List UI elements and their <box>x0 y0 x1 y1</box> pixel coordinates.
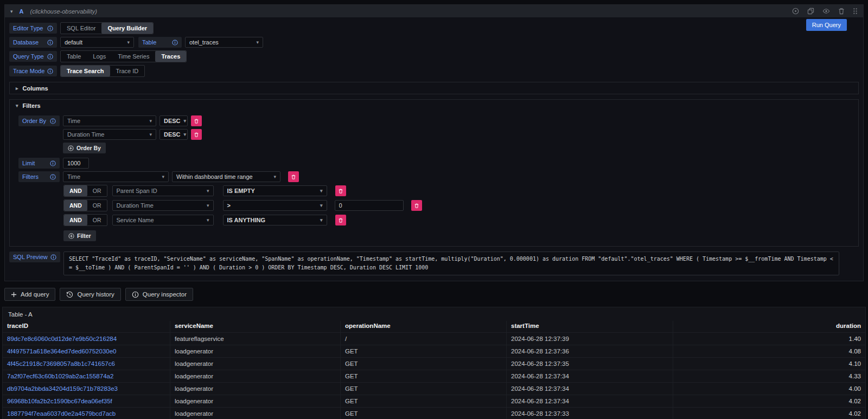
table-row: 1887794f7eaa6037d0e2a4579bcd7acbloadgene… <box>3 407 865 419</box>
info-icon <box>47 54 53 60</box>
chevron-down-icon: ▾ <box>16 103 18 108</box>
remove-filter-button[interactable] <box>335 215 346 225</box>
tab-traces[interactable]: Traces <box>155 51 186 62</box>
trash-icon <box>414 203 419 209</box>
trace-link[interactable]: 89dc7e8c6060c0d12de7e9b50c216284 <box>3 332 170 345</box>
column-header-duration[interactable]: duration <box>673 321 865 332</box>
order-by-direction-select[interactable]: DESC▾ <box>159 129 188 140</box>
order-by-direction-select[interactable]: DESC▾ <box>159 115 188 126</box>
filter-operator-select[interactable]: >▾ <box>223 200 327 211</box>
add-filter-button[interactable]: Filter <box>63 230 96 241</box>
cell-serviceName: loadgenerator <box>170 370 341 382</box>
table-label-chip: Table <box>138 37 182 48</box>
filter-field-select[interactable]: Parent Span ID▾ <box>112 185 214 196</box>
duplicate-icon[interactable] <box>807 8 814 15</box>
remove-order-by-button[interactable] <box>191 129 202 140</box>
tab-logs[interactable]: Logs <box>87 51 112 62</box>
table-panel-title: Table - A <box>3 307 865 321</box>
query-row-header[interactable]: ▾ A (clickhouse-observability) <box>5 5 863 17</box>
help-icon[interactable] <box>792 8 799 15</box>
column-header-operationName[interactable]: operationName <box>341 321 507 332</box>
column-header-startTime[interactable]: startTime <box>507 321 673 332</box>
cell-startTime: 2024-06-28 12:37:39 <box>507 332 673 345</box>
order-by-label-chip: Order By <box>18 115 60 126</box>
info-icon <box>50 174 56 180</box>
or-option[interactable]: OR <box>87 215 107 225</box>
trace-link[interactable]: 1887794f7eaa6037d0e2a4579bcd7acb <box>3 407 170 419</box>
filter-operator-select[interactable]: Within dashboard time range▾ <box>172 171 280 182</box>
filter-field-select[interactable]: Time▾ <box>63 171 169 182</box>
history-clock-icon <box>66 291 73 298</box>
filters-section-header[interactable]: ▾ Filters <box>10 100 858 111</box>
tab-time-series[interactable]: Time Series <box>112 51 155 62</box>
editor-type-switch: SQL Editor Query Builder <box>60 22 154 34</box>
query-type-row: Query Type Table Logs Time Series Traces <box>9 50 859 62</box>
cell-duration: 4.10 <box>673 357 865 370</box>
drag-handle-icon[interactable] <box>853 8 858 15</box>
cell-serviceName: loadgenerator <box>170 357 341 370</box>
and-option[interactable]: AND <box>64 200 87 211</box>
add-order-by-button[interactable]: Order By <box>63 143 106 153</box>
plus-icon <box>11 292 17 298</box>
info-icon <box>172 40 178 46</box>
cell-duration: 1.40 <box>673 332 865 345</box>
trace-link[interactable]: db9704a2bbda34204d159c71b78283e3 <box>3 382 170 395</box>
tab-trace-id[interactable]: Trace ID <box>110 66 145 76</box>
query-history-button[interactable]: Query history <box>60 288 120 301</box>
trace-link[interactable]: 7a2f07ecf63c60b1029ab2ac155874a2 <box>3 370 170 382</box>
filter-operator-select[interactable]: IS EMPTY▾ <box>223 185 327 196</box>
sql-preview-row: SQL Preview SELECT "TraceId" as traceID,… <box>9 252 859 275</box>
cell-startTime: 2024-06-28 12:37:34 <box>507 370 673 382</box>
sql-preview-code: SELECT "TraceId" as traceID, "ServiceNam… <box>63 252 839 275</box>
column-header-serviceName[interactable]: serviceName <box>170 321 341 332</box>
info-icon <box>50 254 56 260</box>
trace-link[interactable]: 96968b10fa2b2c1590bc67dea06ef35f <box>3 395 170 407</box>
database-select[interactable]: default▾ <box>60 37 134 48</box>
or-option[interactable]: OR <box>87 185 107 196</box>
chevron-down-icon: ▾ <box>207 203 209 208</box>
query-footer-actions: Add query Query history Query inspector <box>4 288 864 301</box>
filter-operator-select[interactable]: IS ANYTHING▾ <box>223 215 327 225</box>
trace-link[interactable]: 4f45c21918c73698057a8b1c741657c6 <box>3 357 170 370</box>
and-option[interactable]: AND <box>64 185 87 196</box>
remove-filter-button[interactable] <box>288 171 299 182</box>
and-option[interactable]: AND <box>64 215 87 225</box>
eye-icon[interactable] <box>822 8 830 15</box>
table-row: 89dc7e8c6060c0d12de7e9b50c216284featuref… <box>3 332 865 345</box>
columns-section-header[interactable]: ▸ Columns <box>10 82 858 94</box>
query-type-switch: Table Logs Time Series Traces <box>60 50 187 62</box>
limit-label-chip: Limit <box>18 158 60 169</box>
order-by-field-select[interactable]: Time▾ <box>63 115 156 126</box>
table-header-row: traceID serviceName operationName startT… <box>3 321 865 332</box>
remove-order-by-button[interactable] <box>191 115 202 126</box>
add-order-by-row: Order By <box>18 143 858 153</box>
tab-sql-editor[interactable]: SQL Editor <box>61 23 101 34</box>
trace-link[interactable]: 4f497571a618e364ed7ded60752030e0 <box>3 345 170 357</box>
filter-field-select[interactable]: Service Name▾ <box>112 215 214 225</box>
tab-table[interactable]: Table <box>61 51 87 62</box>
order-by-field-select[interactable]: Duration Time▾ <box>63 129 156 140</box>
cell-duration: 4.02 <box>673 407 865 419</box>
remove-filter-button[interactable] <box>411 200 422 211</box>
trash-icon[interactable] <box>838 8 845 15</box>
add-query-button[interactable]: Add query <box>4 288 55 301</box>
filter-field-select[interactable]: Duration Time▾ <box>112 200 214 211</box>
order-by-row-1: Order By Time▾ DESC▾ <box>18 115 858 126</box>
tab-trace-search[interactable]: Trace Search <box>61 66 110 76</box>
filter-value-input[interactable] <box>335 200 404 211</box>
cell-startTime: 2024-06-28 12:37:35 <box>507 357 673 370</box>
remove-filter-button[interactable] <box>335 185 346 196</box>
editor-type-label-chip: Editor Type <box>9 23 57 34</box>
chevron-down-icon: ▾ <box>207 218 209 223</box>
or-option[interactable]: OR <box>87 200 107 211</box>
query-type-label-chip: Query Type <box>9 51 57 62</box>
chevron-down-icon[interactable]: ▾ <box>10 9 13 14</box>
query-inspector-button[interactable]: Query inspector <box>125 288 193 301</box>
column-header-traceID[interactable]: traceID <box>3 321 170 332</box>
tab-query-builder[interactable]: Query Builder <box>101 23 153 34</box>
plus-circle-icon <box>68 233 74 239</box>
run-query-button[interactable]: Run Query <box>806 19 847 31</box>
filter-row-3: AND OR Service Name▾ IS ANYTHING▾ <box>63 214 858 226</box>
limit-input[interactable] <box>63 158 89 169</box>
table-select[interactable]: otel_traces▾ <box>185 37 263 48</box>
